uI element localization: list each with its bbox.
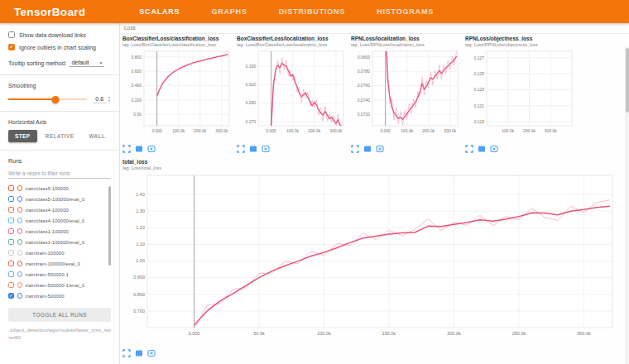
smoothing-slider[interactable] bbox=[8, 94, 87, 103]
run-isolator-icon[interactable] bbox=[17, 261, 23, 266]
toggle-all-runs-button[interactable]: TOGGLE ALL RUNS bbox=[8, 308, 111, 322]
run-isolator-icon[interactable] bbox=[17, 239, 23, 245]
svg-text:100.0k: 100.0k bbox=[317, 331, 331, 336]
fullscreen-icon[interactable] bbox=[135, 346, 143, 361]
svg-text:0.00: 0.00 bbox=[133, 112, 142, 117]
chart-title: total_loss bbox=[122, 159, 624, 165]
scalar-chart[interactable]: 0.07200.07400.07600.07800.08000.000100.0… bbox=[351, 49, 460, 136]
run-checkbox-icon[interactable] bbox=[8, 239, 14, 245]
main-scrollbar-thumb[interactable] bbox=[626, 48, 629, 113]
run-isolator-icon[interactable] bbox=[17, 250, 23, 256]
run-row[interactable]: ✓train/train-500000 bbox=[8, 290, 111, 301]
svg-text:0.800: 0.800 bbox=[131, 55, 142, 60]
expand-icon[interactable] bbox=[122, 141, 131, 156]
scalar-chart[interactable]: 0.000.2000.4000.6000.8000.000100.0k200.0… bbox=[122, 49, 232, 136]
svg-text:50.0k: 50.0k bbox=[253, 331, 265, 336]
run-row[interactable]: ✓train/train-500000/eval_0 bbox=[8, 301, 111, 304]
run-row[interactable]: train/train-100000/eval_0 bbox=[8, 258, 111, 269]
run-label: train/train-500000-1 bbox=[26, 272, 69, 277]
run-isolator-icon[interactable] bbox=[17, 282, 23, 288]
run-isolator-icon[interactable] bbox=[17, 196, 23, 202]
expand-icon[interactable] bbox=[237, 141, 245, 156]
main-scrollbar-track[interactable] bbox=[625, 46, 629, 364]
run-isolator-icon[interactable] bbox=[17, 293, 23, 299]
run-checkbox-icon[interactable] bbox=[8, 218, 14, 223]
fullscreen-icon[interactable] bbox=[363, 141, 372, 156]
stepper-arrows-icon[interactable]: ▲▼ bbox=[108, 96, 111, 103]
run-checkbox-icon[interactable] bbox=[8, 228, 14, 234]
run-row[interactable]: train/class1-100000 bbox=[8, 226, 111, 237]
chart-card-toolbar bbox=[237, 141, 347, 156]
run-isolator-icon[interactable] bbox=[17, 218, 23, 223]
main-nav: SCALARS GRAPHS DISTRIBUTIONS HISTOGRAMS bbox=[137, 4, 435, 19]
ignore-outliers-checkbox[interactable]: ✓ Ignore outliers in chart scaling bbox=[8, 44, 111, 50]
scalar-chart[interactable]: 0.2700.2900.3100.3300.000100.0k200.0k300… bbox=[237, 49, 346, 136]
expand-icon[interactable] bbox=[351, 141, 359, 156]
run-row[interactable]: train/class5-100000/eval_0 bbox=[8, 194, 111, 204]
expand-icon[interactable] bbox=[122, 346, 131, 361]
run-filter-input[interactable] bbox=[8, 169, 111, 179]
run-label: train/class4-100000/eval_0 bbox=[26, 218, 85, 223]
slider-knob[interactable] bbox=[52, 96, 60, 103]
checkbox-icon[interactable] bbox=[8, 31, 15, 38]
tooltip-sorting-dropdown[interactable]: default ▼ bbox=[70, 59, 104, 67]
run-checkbox-icon[interactable] bbox=[8, 250, 14, 256]
tooltip-sorting-value: default bbox=[71, 60, 89, 65]
run-row[interactable]: train/train-100000 bbox=[8, 247, 111, 258]
run-checkbox-icon[interactable] bbox=[8, 207, 14, 213]
tab-histograms[interactable]: HISTOGRAMS bbox=[375, 4, 435, 19]
run-checkbox-icon[interactable] bbox=[8, 261, 14, 266]
show-download-links-checkbox[interactable]: Show data download links bbox=[8, 31, 111, 38]
chart-card-objectness-loss: RPNLoss/objectness_loss tag: Loss/RPNLos… bbox=[465, 36, 575, 156]
fullscreen-icon[interactable] bbox=[478, 141, 486, 156]
svg-text:100.0k: 100.0k bbox=[286, 128, 300, 133]
fit-domain-icon[interactable] bbox=[490, 141, 498, 156]
chart-title: BoxClassifierLoss/localization_loss bbox=[237, 36, 347, 42]
chart-card-rpn-localization-loss: RPNLoss/localization_loss tag: Loss/RPNL… bbox=[351, 36, 461, 156]
svg-text:1.40: 1.40 bbox=[136, 192, 145, 197]
fit-domain-icon[interactable] bbox=[147, 141, 156, 156]
svg-text:0.0800: 0.0800 bbox=[358, 55, 371, 60]
run-row[interactable]: train/class1-100000/eval_0 bbox=[8, 237, 111, 247]
run-row[interactable]: train/class4-100000 bbox=[8, 204, 111, 215]
tab-graphs[interactable]: GRAPHS bbox=[209, 4, 248, 19]
svg-text:1.10: 1.10 bbox=[136, 242, 145, 247]
run-isolator-icon[interactable] bbox=[17, 207, 23, 213]
smoothing-value[interactable]: 0.6 bbox=[93, 95, 106, 103]
run-checkbox-icon[interactable] bbox=[8, 271, 14, 277]
section-header-loss[interactable]: Loss bbox=[124, 25, 136, 31]
runs-scrollbar[interactable] bbox=[108, 186, 111, 266]
run-row[interactable]: train/train-500000-1 bbox=[8, 269, 111, 280]
run-checkbox-icon[interactable]: ✓ bbox=[8, 293, 14, 299]
expand-icon[interactable] bbox=[465, 141, 473, 156]
tab-scalars[interactable]: SCALARS bbox=[137, 4, 181, 19]
checkbox-icon[interactable]: ✓ bbox=[8, 44, 15, 50]
run-row[interactable]: train/class4-100000/eval_0 bbox=[8, 215, 111, 226]
fullscreen-icon[interactable] bbox=[135, 141, 143, 156]
fit-domain-icon[interactable] bbox=[376, 141, 384, 156]
fullscreen-icon[interactable] bbox=[249, 141, 257, 156]
run-checkbox-icon[interactable] bbox=[8, 196, 14, 202]
run-isolator-icon[interactable] bbox=[17, 271, 23, 277]
axis-step-button[interactable]: STEP bbox=[8, 130, 37, 142]
run-label: train/train-100000 bbox=[26, 251, 65, 256]
run-label: train/train-500000-1/eval_0 bbox=[26, 283, 85, 288]
fit-domain-icon[interactable] bbox=[147, 346, 156, 361]
chart-card-total-loss: total_loss tag: Loss/total_loss 0.7000.8… bbox=[122, 159, 624, 361]
run-checkbox-icon[interactable] bbox=[8, 282, 14, 288]
run-row[interactable]: train/class5-100000 bbox=[8, 183, 111, 194]
run-isolator-icon[interactable] bbox=[17, 185, 23, 191]
tab-distributions[interactable]: DISTRIBUTIONS bbox=[277, 4, 347, 19]
axis-relative-button[interactable]: RELATIVE bbox=[39, 130, 81, 142]
svg-text:0.0780: 0.0780 bbox=[358, 69, 371, 74]
svg-text:200.0k: 200.0k bbox=[447, 331, 461, 336]
run-isolator-icon[interactable] bbox=[17, 228, 23, 234]
scalar-chart[interactable]: 0.1190.1210.1230.1250.127100.0k200.0k300… bbox=[465, 49, 574, 136]
axis-wall-button[interactable]: WALL bbox=[82, 130, 112, 142]
run-row[interactable]: train/train-500000-1/eval_0 bbox=[8, 280, 111, 290]
fit-domain-icon[interactable] bbox=[262, 141, 270, 156]
smoothing-label: Smoothing bbox=[8, 83, 111, 89]
scalar-chart[interactable]: 0.7000.8000.9001.001.101.201.301.400.000… bbox=[122, 172, 619, 341]
run-checkbox-icon[interactable] bbox=[8, 185, 14, 191]
divider bbox=[120, 33, 629, 34]
